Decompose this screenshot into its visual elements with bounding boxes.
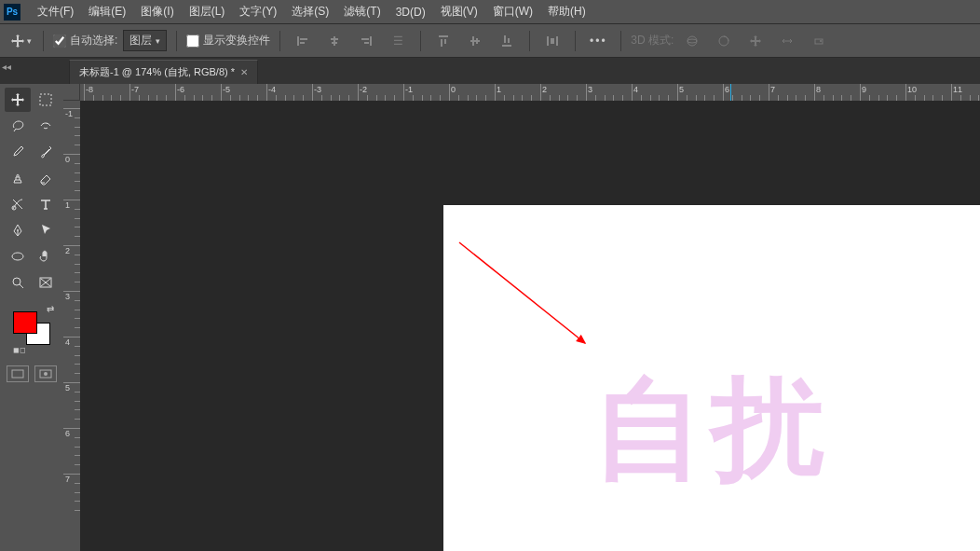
3d-roll-icon[interactable] <box>711 30 737 52</box>
canvas-viewport[interactable]: 自扰 <box>80 101 980 551</box>
menu-type[interactable]: 文字(Y) <box>232 0 284 23</box>
menu-edit[interactable]: 编辑(E) <box>81 0 133 23</box>
svg-rect-5 <box>332 42 337 44</box>
svg-point-28 <box>17 229 19 231</box>
svg-rect-9 <box>439 35 448 37</box>
move-tool-indicator-icon[interactable]: ▾ <box>7 30 34 52</box>
svg-point-22 <box>687 39 697 43</box>
more-options-icon[interactable]: ••• <box>585 30 611 52</box>
align-left-icon[interactable] <box>290 30 316 52</box>
svg-rect-1 <box>300 38 307 40</box>
workarea: -8-7-6-5-4-3-2-101234567891011 -10123456… <box>63 84 980 551</box>
zoom-tool[interactable] <box>5 270 31 295</box>
quickmask-mode-icon[interactable] <box>34 365 57 382</box>
3d-pan-icon[interactable] <box>742 30 769 52</box>
move-tool[interactable] <box>5 88 31 112</box>
distribute-bottom-icon[interactable] <box>494 30 520 52</box>
swap-colors-icon[interactable]: ⇄ <box>47 304 54 314</box>
document-tab[interactable]: 未标题-1 @ 174% (自扰, RGB/8) * ✕ <box>69 60 258 84</box>
align-right-icon[interactable] <box>353 30 379 52</box>
marquee-tool[interactable] <box>33 88 59 112</box>
auto-select-target-dropdown[interactable]: 图层 ▾ <box>123 30 167 51</box>
svg-rect-18 <box>547 36 549 46</box>
pen-tool[interactable] <box>5 218 31 242</box>
svg-rect-15 <box>502 45 511 47</box>
close-tab-icon[interactable]: ✕ <box>240 67 248 77</box>
eyedropper-tool[interactable] <box>5 140 31 164</box>
rect-marquee-tool[interactable] <box>33 270 59 295</box>
svg-rect-19 <box>556 36 558 46</box>
svg-point-29 <box>12 253 23 260</box>
svg-rect-6 <box>370 36 372 46</box>
ellipse-tool[interactable] <box>5 244 31 269</box>
menu-layer[interactable]: 图层(L) <box>182 0 233 23</box>
svg-point-34 <box>44 372 48 376</box>
clone-stamp-tool[interactable] <box>5 166 31 190</box>
menu-file[interactable]: 文件(F) <box>30 0 81 23</box>
mode3d-label: 3D 模式: <box>631 33 674 48</box>
svg-rect-20 <box>551 38 554 44</box>
spot-heal-tool[interactable] <box>33 114 59 138</box>
canvas[interactable]: 自扰 <box>443 205 980 551</box>
align-menu-icon[interactable]: ☰ <box>385 30 411 52</box>
3d-orbit-icon[interactable] <box>679 30 705 52</box>
svg-rect-4 <box>331 38 338 40</box>
ruler-vertical[interactable]: -101234567 <box>63 101 80 551</box>
toolbox: ⇄ ◼◻ <box>0 84 63 551</box>
ruler-corner[interactable] <box>63 84 80 101</box>
brush-tool[interactable] <box>33 140 59 164</box>
svg-rect-0 <box>297 36 299 46</box>
show-transform-checkbox[interactable]: 显示变换控件 <box>186 33 270 48</box>
color-swatch-area: ⇄ ◼◻ <box>11 306 52 347</box>
svg-point-21 <box>687 36 697 46</box>
text-layer[interactable]: 自扰 <box>592 354 831 506</box>
svg-rect-13 <box>472 36 474 46</box>
menu-image[interactable]: 图像(I) <box>133 0 181 23</box>
distribute-menu-icon[interactable] <box>539 30 565 52</box>
app-logo: Ps <box>4 4 20 21</box>
foreground-color-swatch[interactable] <box>13 311 37 334</box>
svg-point-30 <box>13 278 20 285</box>
menubar: Ps 文件(F) 编辑(E) 图像(I) 图层(L) 文字(Y) 选择(S) 滤… <box>0 0 980 24</box>
menu-select[interactable]: 选择(S) <box>284 0 336 23</box>
menu-filter[interactable]: 滤镜(T) <box>336 0 388 23</box>
3d-scale-icon[interactable] <box>806 30 832 52</box>
menu-window[interactable]: 窗口(W) <box>485 0 540 23</box>
menu-help[interactable]: 帮助(H) <box>540 0 593 23</box>
distribute-vcenter-icon[interactable] <box>462 30 488 52</box>
lasso-tool[interactable] <box>5 114 31 138</box>
standard-mode-icon[interactable] <box>7 365 29 382</box>
svg-rect-7 <box>361 38 369 40</box>
ruler-horizontal[interactable]: -8-7-6-5-4-3-2-101234567891011 <box>80 84 980 101</box>
svg-rect-14 <box>476 38 478 44</box>
svg-rect-8 <box>364 42 369 44</box>
eraser-tool[interactable] <box>33 166 59 190</box>
menu-view[interactable]: 视图(V) <box>433 0 485 23</box>
show-transform-label: 显示变换控件 <box>203 33 270 48</box>
distribute-top-icon[interactable] <box>430 30 456 52</box>
svg-point-25 <box>820 40 822 42</box>
default-colors-icon[interactable]: ◼◻ <box>13 346 26 354</box>
document-tab-title: 未标题-1 @ 174% (自扰, RGB/8) * <box>79 65 235 79</box>
3d-slide-icon[interactable] <box>774 30 800 52</box>
align-center-h-icon[interactable] <box>321 30 347 52</box>
svg-rect-12 <box>470 40 480 42</box>
svg-rect-16 <box>504 35 506 43</box>
auto-select-checkbox[interactable]: 自动选择: <box>53 33 117 48</box>
menu-3d[interactable]: 3D(D) <box>388 2 433 22</box>
svg-rect-3 <box>333 36 335 46</box>
path-select-tool[interactable] <box>33 218 59 242</box>
svg-rect-10 <box>441 39 442 47</box>
gradient-tool[interactable] <box>5 192 31 216</box>
svg-rect-2 <box>300 42 305 44</box>
auto-select-label: 自动选择: <box>70 33 117 48</box>
svg-rect-32 <box>12 370 23 378</box>
type-tool[interactable] <box>33 192 59 216</box>
svg-rect-17 <box>508 38 510 43</box>
svg-rect-11 <box>444 39 446 44</box>
document-tabbar: 未标题-1 @ 174% (自扰, RGB/8) * ✕ <box>0 58 980 84</box>
hand-tool[interactable] <box>33 244 59 269</box>
collapse-panels-icon[interactable]: ◂◂ <box>2 62 11 72</box>
options-bar: ▾ 自动选择: 图层 ▾ 显示变换控件 ☰ ••• 3D 模式: <box>0 24 980 58</box>
svg-rect-26 <box>40 94 51 105</box>
